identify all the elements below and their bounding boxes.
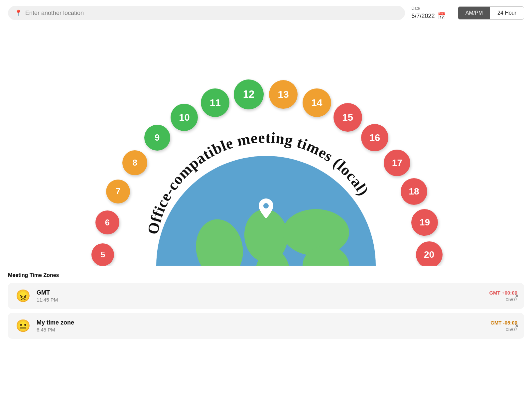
timezone-emoji-0: 😠 [15,288,31,304]
hour-bubble-5[interactable]: 5 [91,243,114,266]
location-icon: 📍 [15,9,22,17]
hour-bubble-19[interactable]: 19 [411,209,438,236]
timezone-close-1[interactable]: × [515,323,519,329]
date-value: 5/7/2022 [412,13,435,20]
hour-bubble-15[interactable]: 15 [333,103,362,132]
hour-bubble-12[interactable]: 12 [234,79,264,109]
timezone-right-0: GMT +00:00 05/07 [489,290,517,302]
hour-bubble-20[interactable]: 20 [416,241,443,266]
hour-bubble-17[interactable]: 17 [384,150,410,176]
timezones-section: Meeting Time Zones 😠 GMT 11:45 PM GMT +0… [0,266,532,349]
hour-bubble-10[interactable]: 10 [171,104,198,131]
date-input-wrapper: 5/7/2022 📅 [412,12,446,20]
hour-bubble-6[interactable]: 6 [95,210,119,234]
timezone-name-0: GMT [37,289,484,296]
timezone-offset-1: GMT -05:00 [490,320,517,326]
main-visualization: Office-compatible meeting times (local) … [0,26,532,266]
globe-svg [153,153,379,266]
timezone-date-1: 05/07 [490,327,517,332]
timezone-card-0: 😠 GMT 11:45 PM GMT +00:00 05/07 × [8,283,524,309]
timezone-info-0: GMT 11:45 PM [37,289,484,303]
timezone-close-0[interactable]: × [515,293,519,299]
header: 📍 Date 5/7/2022 📅 AM/PM 24 Hour [0,0,532,26]
globe-container [153,153,379,266]
timezone-date-0: 05/07 [489,297,517,302]
timezone-name-1: My time zone [37,319,485,326]
hour-bubble-13[interactable]: 13 [269,80,298,109]
hour-bubble-11[interactable]: 11 [201,88,229,117]
date-section: Date 5/7/2022 📅 [412,6,446,20]
location-input[interactable] [25,10,398,17]
timezone-cards: 😠 GMT 11:45 PM GMT +00:00 05/07 × 😐 My t… [8,283,524,339]
ampm-button[interactable]: AM/PM [458,7,490,19]
timezone-time-1: 6:45 PM [37,327,485,332]
hour-bubble-8[interactable]: 8 [122,150,147,175]
svg-point-9 [263,203,269,208]
location-input-wrapper[interactable]: 📍 [8,6,405,20]
calendar-icon[interactable]: 📅 [438,12,446,20]
hour24-button[interactable]: 24 Hour [490,7,524,19]
timezone-emoji-1: 😐 [15,318,31,334]
timezones-title: Meeting Time Zones [8,272,524,278]
time-format-toggle: AM/PM 24 Hour [458,6,524,20]
timezone-time-0: 11:45 PM [37,297,484,303]
timezone-info-1: My time zone 6:45 PM [37,319,485,332]
timezone-card-1: 😐 My time zone 6:45 PM GMT -05:00 05/07 … [8,313,524,339]
hour-bubble-9[interactable]: 9 [144,125,170,151]
hour-bubble-7[interactable]: 7 [106,180,130,203]
timezone-right-1: GMT -05:00 05/07 [490,320,517,332]
hour-bubble-18[interactable]: 18 [401,178,427,205]
timezone-offset-0: GMT +00:00 [489,290,517,296]
hour-bubble-14[interactable]: 14 [303,88,331,117]
hour-bubble-16[interactable]: 16 [361,124,388,151]
date-label: Date [412,6,420,11]
